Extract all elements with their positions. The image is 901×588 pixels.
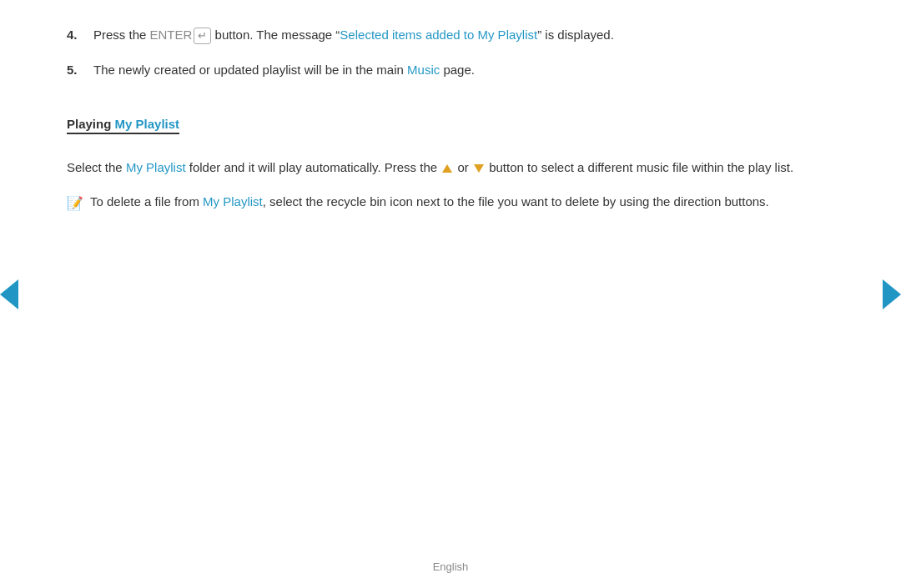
step-5-number: 5. — [67, 60, 93, 80]
step-4-highlight: Selected items added to My Playlist — [340, 28, 537, 42]
note-block: 📝 To delete a file from My Playlist, sel… — [67, 192, 834, 214]
note-text: To delete a file from My Playlist, selec… — [90, 192, 834, 213]
triangle-up-icon — [442, 164, 452, 173]
my-playlist-link-2: My Playlist — [203, 194, 263, 209]
section-heading-link: My Playlist — [115, 117, 180, 131]
footer-language: English — [433, 560, 469, 573]
step-5-music-link: Music — [407, 63, 440, 77]
step-4: 4. Press the ENTER↵ button. The message … — [67, 25, 834, 45]
or-text: or — [457, 160, 468, 174]
enter-key-label: ENTER — [150, 28, 193, 42]
my-playlist-link-1: My Playlist — [126, 160, 186, 174]
body-paragraph: Select the My Playlist folder and it wil… — [67, 158, 834, 178]
enter-key-icon: ↵ — [194, 28, 211, 44]
triangle-down-icon — [474, 164, 484, 173]
nav-arrow-left[interactable] — [0, 279, 18, 309]
step-5: 5. The newly created or updated playlist… — [67, 60, 834, 80]
main-content: 4. Press the ENTER↵ button. The message … — [0, 0, 901, 214]
note-icon: 📝 — [67, 193, 90, 214]
step-4-text: Press the ENTER↵ button. The message “Se… — [93, 25, 834, 45]
step-5-text: The newly created or updated playlist wi… — [93, 60, 834, 80]
section-heading: Playing My Playlist — [67, 117, 179, 134]
step-4-number: 4. — [67, 25, 93, 45]
nav-arrow-right[interactable] — [883, 279, 901, 309]
